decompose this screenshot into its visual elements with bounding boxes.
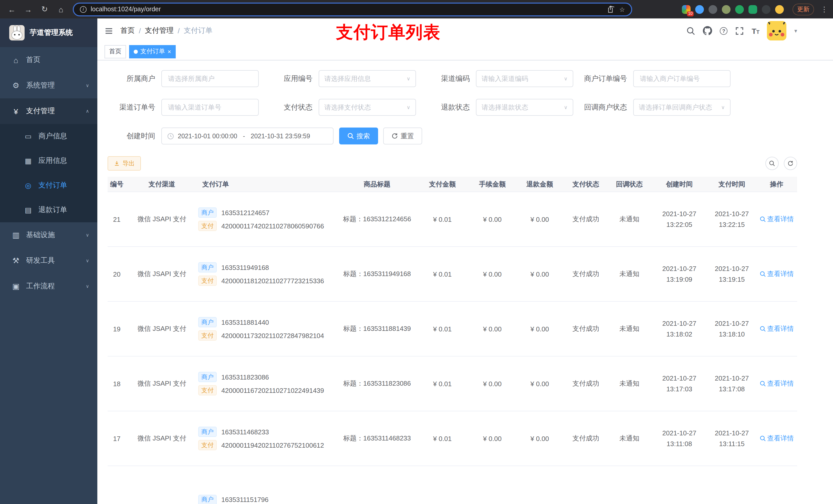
cell-fee: ¥ 0.00 — [469, 215, 515, 223]
cell-notify: 未通知 — [608, 269, 651, 279]
table-toolbar: 导出 — [108, 156, 797, 171]
col-create-time: 创建时间 — [651, 179, 708, 189]
sidebar-item-payment[interactable]: ¥ 支付管理 ∧ — [0, 98, 97, 124]
extension-icon-7[interactable] — [762, 5, 770, 14]
github-icon[interactable] — [703, 26, 712, 35]
cell-create-time: 2021-10-2713:22:05 — [651, 208, 708, 230]
app-frame: 芋道管理系统 ⌂ 首页 ⚙ 系统管理 ∨ ¥ 支付管理 ∧ ▭ 商户信息 — [0, 19, 833, 504]
sidebar-item-merchant-info[interactable]: ▭ 商户信息 — [0, 124, 97, 148]
date-separator: - — [241, 133, 247, 140]
extension-icon-3[interactable] — [709, 5, 717, 14]
channel-code-filter-select[interactable]: 请输入渠道编码 ∨ — [476, 70, 573, 87]
select-caret-icon: ∨ — [562, 76, 568, 81]
cell-id: 21 — [108, 215, 126, 223]
browser-update-button[interactable]: 更新 — [792, 3, 814, 15]
search-icon[interactable] — [687, 26, 695, 35]
view-detail-link[interactable]: 查看详情 — [760, 379, 794, 388]
refresh-icon — [391, 133, 398, 139]
select-caret-icon: ∨ — [404, 76, 410, 81]
refund-status-filter-select[interactable]: 请选择退款状态 ∨ — [476, 99, 573, 116]
extension-icon-6[interactable] — [748, 5, 757, 14]
cell-order: 商户1635311151796 — [198, 482, 339, 504]
address-bar[interactable]: i localhost:1024/pay/order ☆ — [73, 2, 632, 16]
hamburger-icon[interactable] — [104, 26, 113, 35]
merchant-filter-label: 所属商户 — [108, 74, 161, 83]
tab-home[interactable]: 首页 — [104, 45, 126, 58]
order-target-icon: ◎ — [23, 181, 34, 190]
pay-status-filter-select[interactable]: 请选择支付状态 ∨ — [319, 99, 416, 116]
filter-row-3: 创建时间 2021-10-01 00:00:00 - 2021-10-31 23… — [108, 127, 833, 144]
help-icon[interactable]: ? — [720, 27, 728, 34]
forward-icon[interactable]: → — [22, 3, 35, 16]
breadcrumb-home[interactable]: 首页 — [120, 26, 135, 35]
share-icon[interactable] — [606, 5, 614, 13]
back-icon[interactable]: ← — [5, 3, 19, 16]
view-detail-link[interactable]: 查看详情 — [760, 434, 794, 443]
extension-icon-1[interactable]: 10 — [682, 5, 691, 14]
sidebar-item-workflow[interactable]: ▣ 工作流程 ∨ — [0, 273, 97, 299]
tab-pay-order[interactable]: 支付订单 × — [129, 45, 176, 58]
select-caret-icon: ∨ — [404, 104, 410, 110]
refund-status-filter-label: 退款状态 — [422, 103, 476, 112]
browser-menu-icon[interactable]: ⋮ — [821, 5, 828, 13]
sidebar-item-system[interactable]: ⚙ 系统管理 ∨ — [0, 73, 97, 98]
breadcrumb-level1[interactable]: 支付管理 — [145, 26, 174, 35]
extension-icon-4[interactable] — [722, 5, 731, 14]
sidebar-item-pay-order[interactable]: ◎ 支付订单 — [0, 173, 97, 198]
sidebar-item-infra[interactable]: ▥ 基础设施 ∨ — [0, 222, 97, 248]
channel-order-no-filter-input[interactable] — [161, 99, 259, 116]
pay-order-no: 4200001194202110276752100612 — [221, 441, 324, 449]
tab-label: 支付订单 — [140, 47, 165, 56]
home-icon[interactable]: ⌂ — [54, 3, 68, 16]
create-time-range-input[interactable]: 2021-10-01 00:00:00 - 2021-10-31 23:59:5… — [161, 127, 334, 144]
profile-avatar-icon[interactable] — [775, 5, 784, 14]
reset-button[interactable]: 重置 — [383, 127, 422, 144]
bookmark-star-icon[interactable]: ☆ — [619, 5, 625, 13]
cell-title: 标题：1635311468233 — [339, 434, 415, 443]
avatar-caret-icon[interactable]: ▾ — [794, 27, 797, 34]
merchant-order-no-filter-input[interactable] — [633, 70, 731, 87]
cell-fee: ¥ 0.00 — [469, 435, 515, 442]
tab-close-icon[interactable]: × — [168, 48, 171, 54]
view-detail-link[interactable]: 查看详情 — [760, 215, 794, 224]
col-status: 支付状态 — [564, 179, 608, 189]
clock-icon — [167, 133, 174, 140]
pay-order-no: 4200001181202110277723215336 — [221, 277, 324, 285]
breadcrumb-separator: / — [178, 27, 180, 35]
export-button[interactable]: 导出 — [108, 156, 141, 171]
user-avatar[interactable] — [767, 21, 787, 41]
cell-title: 标题：1635312124656 — [339, 215, 415, 224]
search-button[interactable]: 搜索 — [339, 127, 378, 144]
col-fee: 手续金额 — [469, 179, 515, 189]
fullscreen-icon[interactable] — [735, 26, 744, 35]
view-icon — [760, 271, 766, 277]
cell-id: 20 — [108, 270, 126, 278]
refresh-table-icon-button[interactable] — [784, 157, 797, 170]
site-info-icon[interactable]: i — [80, 6, 87, 13]
sidebar-item-refund-order[interactable]: ▤ 退款订单 — [0, 198, 97, 222]
extension-icon-2[interactable] — [695, 5, 704, 14]
notify-status-filter-select[interactable]: 请选择订单回调商户状态 ∨ — [633, 99, 731, 116]
toggle-search-icon-button[interactable] — [765, 157, 779, 170]
view-detail-link[interactable]: 查看详情 — [760, 269, 794, 279]
chevron-down-icon: ∨ — [86, 83, 89, 88]
cell-amount: ¥ 0.01 — [415, 435, 469, 442]
view-detail-link[interactable]: 查看详情 — [760, 324, 794, 333]
app-logo[interactable]: 芋道管理系统 — [0, 19, 97, 47]
app-filter-select[interactable]: 请选择应用信息 ∨ — [319, 70, 416, 87]
reload-icon[interactable]: ↻ — [38, 3, 51, 16]
extension-icon-5[interactable] — [735, 5, 744, 14]
sidebar-item-app-info[interactable]: ▦ 应用信息 — [0, 148, 97, 173]
cell-pay-time: 2021-10-2713:19:15 — [708, 263, 756, 285]
sidebar-item-devtools[interactable]: ⚒ 研发工具 ∨ — [0, 248, 97, 273]
cell-id: 19 — [108, 325, 126, 333]
tags-view-bar: 首页 支付订单 × — [97, 43, 833, 61]
cell-action: 查看详情 — [756, 215, 797, 224]
col-action: 操作 — [756, 179, 797, 189]
sidebar-item-home[interactable]: ⌂ 首页 — [0, 47, 97, 73]
cell-fee: ¥ 0.00 — [469, 380, 515, 387]
cell-order: 商户1635312124657 支付4200001174202110278060… — [198, 208, 339, 231]
merchant-filter-input[interactable] — [161, 70, 259, 87]
cell-amount: ¥ 0.01 — [415, 380, 469, 387]
font-size-icon[interactable]: TT — [752, 26, 760, 35]
